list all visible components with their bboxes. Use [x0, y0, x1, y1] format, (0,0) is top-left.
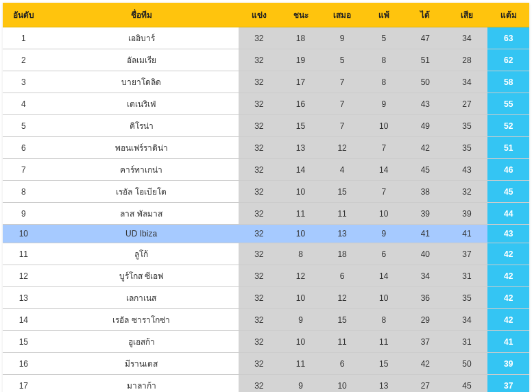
cell-team: คาร์ทาเกน่า	[45, 159, 239, 181]
cell-rank: 16	[3, 353, 45, 375]
cell-ga: 50	[446, 353, 488, 375]
cell-won: 11	[280, 203, 322, 225]
cell-won: 11	[280, 353, 322, 375]
cell-won: 10	[280, 181, 322, 203]
cell-rank: 2	[3, 49, 45, 71]
cell-points: 42	[487, 265, 529, 287]
cell-drawn: 18	[322, 243, 363, 265]
cell-won: 15	[280, 115, 322, 137]
header-team: ชื่อทีม	[45, 3, 239, 27]
cell-gf: 41	[404, 225, 446, 243]
cell-points: 42	[487, 309, 529, 331]
cell-gf: 51	[404, 49, 446, 71]
cell-drawn: 12	[322, 287, 363, 309]
cell-gf: 27	[404, 375, 446, 393]
cell-team: มาลาก้า	[45, 375, 239, 393]
cell-won: 14	[280, 159, 322, 181]
cell-points: 63	[487, 27, 529, 49]
cell-rank: 10	[3, 225, 45, 243]
cell-drawn: 13	[322, 225, 363, 243]
cell-team: มีรานเดส	[45, 353, 239, 375]
table-row: 14เรอัล ซาราโกซ่า329158293442	[3, 309, 529, 331]
cell-won: 17	[280, 71, 322, 93]
cell-drawn: 15	[322, 309, 363, 331]
cell-lost: 6	[363, 243, 404, 265]
table-row: 4เตเนริเฟ่321679432755	[3, 93, 529, 115]
table-row: 17มาลาก้า3291013274537	[3, 375, 529, 393]
cell-played: 32	[239, 243, 280, 265]
header-lost: แพ้	[363, 3, 404, 27]
table-row: 6พอนเฟร์ราดิน่า3213127423551	[3, 137, 529, 159]
cell-points: 45	[487, 181, 529, 203]
cell-drawn: 10	[322, 375, 363, 393]
cell-ga: 31	[446, 265, 488, 287]
cell-points: 55	[487, 93, 529, 115]
standings-table: อันดับ ชื่อทีม แข่ง ชนะ เสมอ แพ้ ได้ เสี…	[3, 3, 529, 392]
cell-lost: 9	[363, 225, 404, 243]
cell-points: 51	[487, 137, 529, 159]
header-drawn: เสมอ	[322, 3, 363, 27]
cell-gf: 42	[404, 137, 446, 159]
cell-won: 8	[280, 243, 322, 265]
cell-gf: 38	[404, 181, 446, 203]
cell-played: 32	[239, 309, 280, 331]
cell-drawn: 7	[322, 93, 363, 115]
cell-gf: 49	[404, 115, 446, 137]
cell-lost: 11	[363, 331, 404, 353]
cell-played: 32	[239, 71, 280, 93]
cell-gf: 40	[404, 243, 446, 265]
cell-rank: 5	[3, 115, 45, 137]
cell-team: เตเนริเฟ่	[45, 93, 239, 115]
cell-ga: 41	[446, 225, 488, 243]
cell-drawn: 6	[322, 353, 363, 375]
cell-points: 52	[487, 115, 529, 137]
header-gf: ได้	[404, 3, 446, 27]
cell-rank: 11	[3, 243, 45, 265]
cell-drawn: 12	[322, 137, 363, 159]
cell-team: บายาโดลิด	[45, 71, 239, 93]
cell-played: 32	[239, 49, 280, 71]
cell-rank: 17	[3, 375, 45, 393]
cell-lost: 15	[363, 353, 404, 375]
cell-won: 10	[280, 331, 322, 353]
cell-ga: 34	[446, 27, 488, 49]
cell-drawn: 5	[322, 49, 363, 71]
cell-team: เรอัล ซาราโกซ่า	[45, 309, 239, 331]
cell-ga: 27	[446, 93, 488, 115]
cell-rank: 15	[3, 331, 45, 353]
cell-points: 46	[487, 159, 529, 181]
cell-won: 10	[280, 225, 322, 243]
cell-team: อัลเมเรีย	[45, 49, 239, 71]
cell-rank: 6	[3, 137, 45, 159]
cell-gf: 50	[404, 71, 446, 93]
cell-rank: 12	[3, 265, 45, 287]
cell-rank: 1	[3, 27, 45, 49]
cell-played: 32	[239, 159, 280, 181]
cell-played: 32	[239, 353, 280, 375]
table-row: 15ฮูเอสก้า32101111373141	[3, 331, 529, 353]
cell-lost: 8	[363, 49, 404, 71]
cell-played: 32	[239, 181, 280, 203]
table-row: 11ลูโก้328186403742	[3, 243, 529, 265]
cell-ga: 35	[446, 287, 488, 309]
header-won: ชนะ	[280, 3, 322, 27]
cell-gf: 36	[404, 287, 446, 309]
cell-rank: 14	[3, 309, 45, 331]
cell-team: เออิบาร์	[45, 27, 239, 49]
cell-gf: 42	[404, 353, 446, 375]
cell-lost: 14	[363, 159, 404, 181]
cell-points: 42	[487, 243, 529, 265]
cell-drawn: 7	[322, 71, 363, 93]
cell-lost: 5	[363, 27, 404, 49]
cell-team: เลกาเนส	[45, 287, 239, 309]
cell-ga: 43	[446, 159, 488, 181]
cell-ga: 34	[446, 309, 488, 331]
cell-drawn: 7	[322, 115, 363, 137]
cell-gf: 34	[404, 265, 446, 287]
cell-played: 32	[239, 287, 280, 309]
cell-played: 32	[239, 115, 280, 137]
cell-drawn: 11	[322, 203, 363, 225]
cell-played: 32	[239, 93, 280, 115]
cell-ga: 32	[446, 181, 488, 203]
cell-ga: 39	[446, 203, 488, 225]
